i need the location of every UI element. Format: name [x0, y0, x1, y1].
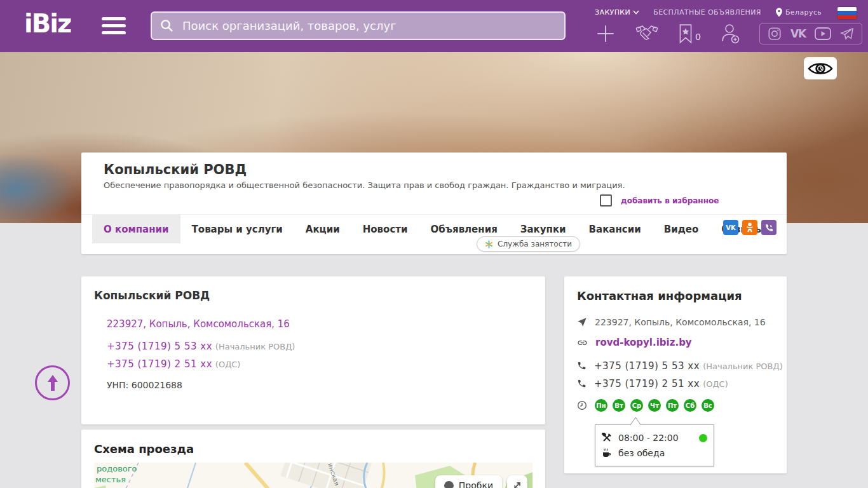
company-title: Копыльский РОВД: [104, 162, 247, 177]
contact-phone-row: +375 (1719) 2 51 xx (ОДС): [577, 377, 728, 390]
add-company-icon[interactable]: [595, 23, 616, 44]
working-hours: 08:00 - 22:00: [618, 433, 679, 443]
chevron-down-icon: [633, 10, 639, 15]
viber-button[interactable]: [761, 220, 776, 235]
phone-number[interactable]: +375 (1719) 2 51 xx: [107, 358, 212, 370]
day-badge[interactable]: Пт: [666, 399, 679, 412]
navigation-icon: [577, 317, 587, 327]
company-unp: УНП: 600021688: [107, 380, 182, 390]
open-now-indicator: [699, 434, 707, 442]
phone-note: (Начальник РОВД): [215, 342, 295, 351]
nav-procurement[interactable]: ЗАКУПКИ: [595, 8, 639, 17]
working-days-row: Пн Вт Ср Чт Пт Сб Вс: [577, 399, 714, 412]
header-actions: 0 VK: [595, 23, 862, 44]
header: iBiz ЗАКУПКИ БЕСПЛАТНЫЕ ОБЪЯВЛЕНИЯ Белар…: [0, 0, 868, 52]
info-card-title: Копыльский РОВД: [94, 289, 210, 302]
day-badge[interactable]: Сб: [684, 399, 696, 412]
day-badge[interactable]: Чт: [648, 399, 661, 412]
day-badge[interactable]: Пн: [595, 399, 607, 412]
header-nav: ЗАКУПКИ БЕСПЛАТНЫЕ ОБЪЯВЛЕНИЯ Беларусь: [595, 8, 822, 17]
phone-note: (ОДС): [215, 360, 241, 369]
location-pin-icon: [775, 8, 783, 17]
day-badge[interactable]: Ср: [630, 399, 643, 412]
nav-country[interactable]: Беларусь: [775, 8, 822, 17]
views-eye-icon[interactable]: [804, 57, 837, 79]
favorites-count: 0: [695, 32, 701, 42]
company-website-link[interactable]: rovd-kopyl.ibiz.by: [595, 337, 692, 348]
person-add-icon[interactable]: [720, 23, 740, 44]
tab-news[interactable]: Новости: [351, 215, 419, 243]
tools-icon: [602, 433, 612, 443]
contact-info-card: Контактная информация 223927, Копыль, Ко…: [564, 276, 787, 473]
contact-address-row: 223927, Копыль, Комсомольская, 16: [577, 317, 766, 327]
add-to-favorites[interactable]: добавить в избранное: [600, 194, 719, 207]
contact-phone-row: +375 (1719) 5 53 xx (Начальник РОВД): [577, 360, 783, 372]
map-label: родового: [97, 464, 137, 473]
tab-products[interactable]: Товары и услуги: [180, 215, 294, 243]
vk-icon[interactable]: VK: [790, 27, 806, 40]
employment-service-tooltip: Служба занятости: [477, 236, 580, 252]
coffee-icon: [602, 448, 612, 458]
tab-vacancies[interactable]: Вакансии: [578, 215, 653, 243]
map-card-title: Схема проезда: [94, 442, 194, 456]
language-flag-icon[interactable]: [837, 7, 857, 19]
phone-number[interactable]: +375 (1719) 5 53 xx: [107, 341, 212, 352]
arrow-up-icon: [44, 374, 61, 393]
working-hours-tooltip: 08:00 - 22:00 без обеда: [595, 424, 714, 466]
company-header-card: Копыльский РОВД Обеспечение правопорядка…: [81, 152, 787, 254]
working-days: Пн Вт Ср Чт Пт Сб Вс: [595, 399, 714, 412]
phone-icon: [577, 361, 587, 370]
link-icon: [577, 337, 588, 348]
map-canvas[interactable]: родового местья инская Пробки: [94, 463, 532, 488]
company-address-link[interactable]: 223927, Копыль, Комсомольская, 16: [107, 318, 290, 330]
scroll-to-top-button[interactable]: [35, 365, 70, 400]
favorites-bookmark-icon[interactable]: 0: [677, 24, 701, 44]
company-social-buttons: VK: [723, 220, 776, 235]
contact-phone[interactable]: +375 (1719) 2 51 xx: [594, 378, 700, 390]
search-input[interactable]: [151, 11, 566, 40]
phone-line: +375 (1719) 2 51 xx (ОДС): [107, 358, 240, 370]
vk-button[interactable]: VK: [723, 220, 738, 235]
contact-website-row: rovd-kopyl.ibiz.by: [577, 337, 692, 348]
day-badge[interactable]: Вс: [702, 399, 714, 412]
svg-text:местья: местья: [95, 475, 126, 484]
traffic-button[interactable]: Пробки: [435, 475, 502, 488]
favorites-label: добавить в избранное: [621, 196, 719, 205]
phone-icon: [577, 379, 587, 388]
fullscreen-button[interactable]: [507, 475, 527, 488]
traffic-icon: [444, 481, 454, 488]
odnoklassniki-button[interactable]: [742, 220, 757, 235]
clock-icon: [577, 400, 587, 410]
contact-phone[interactable]: +375 (1719) 5 53 xx: [594, 360, 700, 372]
map-card: Схема проезда ро: [81, 430, 545, 488]
tab-about[interactable]: О компании: [92, 215, 180, 243]
telegram-icon[interactable]: [840, 27, 854, 40]
contact-address: 223927, Копыль, Комсомольская, 16: [595, 317, 766, 327]
logo[interactable]: iBiz: [24, 9, 71, 38]
instagram-icon[interactable]: [768, 27, 782, 41]
phone-line: +375 (1719) 5 53 xx (Начальник РОВД): [107, 341, 295, 352]
day-badge[interactable]: Вт: [613, 399, 625, 412]
company-info-card: Копыльский РОВД 223927, Копыль, Комсомол…: [81, 276, 545, 424]
nav-free-ads[interactable]: БЕСПЛАТНЫЕ ОБЪЯВЛЕНИЯ: [653, 8, 761, 17]
snowflake-icon: [485, 240, 493, 248]
search-bar: [151, 11, 566, 40]
contact-card-title: Контактная информация: [577, 289, 742, 302]
company-tabbar: О компании Товары и услуги Акции Новости…: [81, 214, 787, 243]
handshake-icon[interactable]: [635, 24, 658, 43]
expand-icon: [513, 481, 522, 488]
youtube-icon[interactable]: [815, 27, 831, 40]
search-icon: [159, 18, 174, 33]
header-social-links: VK: [759, 23, 862, 44]
tab-video[interactable]: Видео: [653, 215, 710, 243]
company-description: Обеспечение правопорядка и общественной …: [104, 180, 625, 190]
tab-promos[interactable]: Акции: [294, 215, 351, 243]
favorites-checkbox[interactable]: [600, 194, 612, 207]
lunch-info: без обеда: [618, 448, 665, 458]
menu-icon[interactable]: [102, 17, 126, 38]
